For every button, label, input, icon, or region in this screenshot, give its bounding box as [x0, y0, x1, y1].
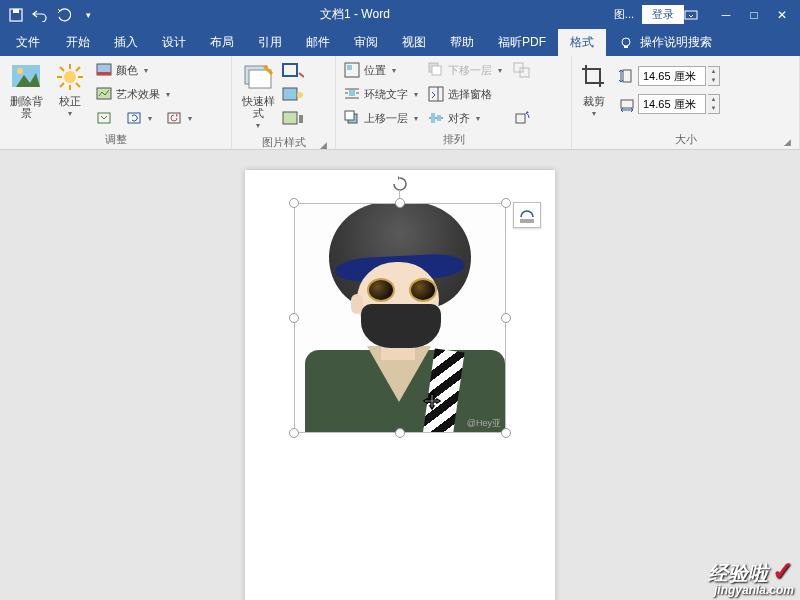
reset-picture-icon[interactable]	[166, 110, 182, 126]
redo-icon[interactable]	[56, 7, 72, 23]
login-button[interactable]: 登录	[642, 5, 684, 24]
resize-handle-bm[interactable]	[395, 428, 405, 438]
picture-border-icon[interactable]	[282, 63, 304, 85]
quick-styles-button[interactable]: 快速样式 ▾	[236, 59, 280, 132]
artistic-icon	[96, 86, 112, 102]
resize-handle-bl[interactable]	[289, 428, 299, 438]
tab-help[interactable]: 帮助	[438, 29, 486, 56]
ribbon-options-icon[interactable]	[684, 9, 712, 21]
position-button[interactable]: 位置▾	[340, 59, 422, 81]
tab-insert[interactable]: 插入	[102, 29, 150, 56]
rotate-handle[interactable]	[392, 176, 408, 192]
undo-icon[interactable]	[32, 7, 48, 23]
remove-background-button[interactable]: 删除背景	[4, 59, 48, 121]
svg-rect-44	[431, 113, 435, 123]
chevron-down-icon: ▾	[68, 109, 72, 118]
maximize-button[interactable]: □	[740, 8, 768, 22]
tab-layout[interactable]: 布局	[198, 29, 246, 56]
change-picture-icon[interactable]	[126, 110, 142, 126]
svg-point-8	[64, 71, 76, 83]
color-icon	[96, 62, 112, 78]
resize-handle-br[interactable]	[501, 428, 511, 438]
quick-styles-icon	[242, 61, 274, 93]
group-objects-icon[interactable]	[510, 59, 534, 81]
svg-rect-40	[432, 66, 441, 75]
crop-icon	[578, 61, 610, 93]
backward-icon	[428, 62, 444, 78]
picture-layout-icon[interactable]	[282, 111, 304, 133]
tab-review[interactable]: 审阅	[342, 29, 390, 56]
save-icon[interactable]	[8, 7, 24, 23]
svg-rect-24	[249, 70, 271, 88]
resize-handle-ml[interactable]	[289, 313, 299, 323]
ribbon: 删除背景 校正 ▾ 颜色▾ 艺术效果▾ ▾	[0, 56, 800, 150]
svg-line-14	[76, 83, 80, 87]
svg-point-27	[297, 92, 303, 98]
wrap-text-button[interactable]: 环绕文字▾	[340, 83, 422, 105]
tab-home[interactable]: 开始	[54, 29, 102, 56]
svg-line-16	[60, 83, 64, 87]
resize-handle-mr[interactable]	[501, 313, 511, 323]
svg-rect-4	[624, 46, 628, 48]
tab-design[interactable]: 设计	[150, 29, 198, 56]
svg-rect-1	[13, 9, 19, 13]
svg-rect-31	[347, 65, 352, 70]
svg-rect-2	[685, 11, 697, 19]
resize-handle-tm[interactable]	[395, 198, 405, 208]
svg-rect-45	[437, 115, 441, 121]
align-button[interactable]: 对齐▾	[424, 107, 506, 129]
group-picture-styles: 快速样式 ▾ 图片样式◢	[232, 56, 336, 149]
group-size-label: 大小	[675, 133, 697, 145]
color-button[interactable]: 颜色▾	[92, 59, 196, 81]
tab-references[interactable]: 引用	[246, 29, 294, 56]
remove-background-icon	[10, 61, 42, 93]
height-input[interactable]	[638, 66, 706, 86]
lightbulb-icon	[618, 35, 634, 51]
send-backward-button[interactable]: 下移一层▾	[424, 59, 506, 81]
svg-rect-32	[349, 90, 355, 96]
tab-format[interactable]: 格式	[558, 29, 606, 56]
svg-rect-18	[97, 72, 111, 75]
svg-rect-29	[299, 115, 303, 123]
compress-icon[interactable]	[96, 110, 112, 126]
size-launcher-icon[interactable]: ◢	[784, 137, 791, 147]
tell-me[interactable]: 操作说明搜索	[606, 29, 724, 56]
position-icon	[344, 62, 360, 78]
svg-rect-28	[283, 112, 297, 124]
resize-handle-tl[interactable]	[289, 198, 299, 208]
corrections-icon	[54, 61, 86, 93]
minimize-button[interactable]: ─	[712, 8, 740, 22]
picture-tools-tab[interactable]: 图...	[606, 5, 642, 24]
selection-pane-button[interactable]: 选择窗格	[424, 83, 506, 105]
width-input-row: ▲▼	[618, 93, 720, 115]
picture-effects-icon[interactable]	[282, 87, 304, 109]
group-adjust: 删除背景 校正 ▾ 颜色▾ 艺术效果▾ ▾	[0, 56, 232, 149]
styles-launcher-icon[interactable]: ◢	[320, 140, 327, 150]
quick-access-toolbar: ▾	[0, 7, 104, 23]
layout-options-button[interactable]	[513, 202, 541, 228]
tab-view[interactable]: 视图	[390, 29, 438, 56]
tab-mailings[interactable]: 邮件	[294, 29, 342, 56]
ribbon-tabs: 文件 开始 插入 设计 布局 引用 邮件 审阅 视图 帮助 福昕PDF 格式 操…	[0, 29, 800, 56]
page: @Hey亚	[245, 170, 555, 600]
svg-rect-26	[283, 88, 297, 100]
group-arrange-label: 排列	[443, 133, 465, 145]
resize-handle-tr[interactable]	[501, 198, 511, 208]
tab-foxit[interactable]: 福昕PDF	[486, 29, 558, 56]
tab-file[interactable]: 文件	[2, 29, 54, 56]
crop-button[interactable]: 裁剪 ▾	[576, 59, 612, 120]
selected-image[interactable]: @Hey亚	[295, 204, 505, 432]
rotate-icon[interactable]	[510, 107, 534, 129]
corrections-button[interactable]: 校正 ▾	[50, 59, 90, 120]
svg-rect-49	[623, 70, 631, 82]
height-spinner[interactable]: ▲▼	[708, 66, 720, 86]
qat-dropdown-icon[interactable]: ▾	[80, 7, 96, 23]
bring-forward-button[interactable]: 上移一层▾	[340, 107, 422, 129]
close-button[interactable]: ✕	[768, 8, 796, 22]
width-spinner[interactable]: ▲▼	[708, 94, 720, 114]
image-credit: @Hey亚	[467, 417, 501, 430]
width-input[interactable]	[638, 94, 706, 114]
svg-rect-21	[128, 113, 140, 123]
artistic-effects-button[interactable]: 艺术效果▾	[92, 83, 196, 105]
document-canvas[interactable]: @Hey亚	[0, 150, 800, 600]
